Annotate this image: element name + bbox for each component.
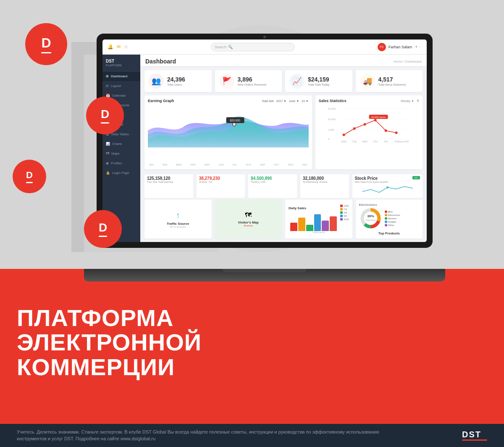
topbar-search: Search 🔍 [132,43,373,51]
footer-bar: Учитесь. Делитесь знаниями. Станьте эксп… [0,424,504,447]
stat-label-orders: New Orders Received [238,83,266,86]
stat-label-sales: Total Sold Today [308,83,329,86]
stat-card-users: 👥 24,396 Total Users [144,70,212,92]
mini-stats-row: 125,159,120 This Year Total Earning 38,2… [140,173,427,200]
stock-price-card: Stock Price New Data From Extra Quarter … [352,174,423,198]
charts-row: Earning Graph Total Sell 2017 ▼ June ▼ 2… [140,95,427,173]
layout-icon: ⊟ [106,84,109,88]
stat-info-users: 24,396 Total Users [167,76,185,86]
footer-logo-underline [462,439,487,441]
search-placeholder: Search [215,45,227,49]
mini-stat-3: $4,500,890 Tucson, USA [248,174,297,198]
svg-text:20,000: 20,000 [328,108,336,110]
mini-stat-num-2: 38,279,230 [199,176,243,181]
profiles-icon: ◉ [106,161,109,165]
breadcrumb: Home / Dashboard [394,60,422,63]
sidebar-brand-subtitle: PLATFORM [106,64,137,67]
sidebar-brand-title: DST [106,59,137,64]
users-icon: 👥 [149,74,164,89]
mini-stat-num-3: $4,500,890 [251,176,294,181]
stock-price-title: Stock Price [355,176,388,181]
traffic-icon: ↑ [176,210,180,220]
sidebar-item-charts[interactable]: 📊 Charts [102,139,140,149]
stats-row: 👥 24,396 Total Users 🚩 3,896 [140,67,427,95]
sidebar-item-layout[interactable]: ⊟ Layout [102,81,140,91]
stat-info-delivery: 4,517 Total Items Delivered [378,76,406,86]
search-box[interactable]: Search 🔍 [211,43,295,51]
sidebar-item-maps[interactable]: 🗺 Maps [102,149,140,158]
delivery-icon: 🚚 [360,74,375,89]
earning-chart-x-labels: JANFEBMARAPRMAY JUNJULAUGSEPOCT NOVDEC [148,163,309,166]
traffic-title: Traffic Source [167,222,189,226]
svg-text:0: 0 [328,138,329,140]
mini-stat-num-4: 32,180,000 [303,176,346,181]
user-menu-icon[interactable]: ▼ ··· [415,45,422,49]
logo-circle-1: D [25,23,67,65]
svg-point-16 [395,131,397,134]
mini-stat-4: 32,180,000 St.Petersburg, Russia [300,174,349,198]
daily-sales-widget: Daily Sales [285,200,352,239]
orders-icon: 🚩 [219,74,234,89]
widgets-row: ↑ Traffic Source 65 % received 🗺 Visitor… [140,200,427,242]
sales-stats-controls[interactable]: Weekly ▼ ⚙ [401,99,419,103]
stat-label-users: Total Users [167,83,185,86]
heading-line-3: КОММЕРЦИИ [17,355,202,380]
traffic-subtitle: 65 % received [170,226,186,228]
stat-number-orders: 3,896 [238,76,266,82]
content-area: Dashboard Home / Dashboard 👥 24,396 Tota… [140,55,427,242]
svg-point-13 [363,123,366,126]
sidebar-brand: DST PLATFORM [102,55,140,71]
svg-point-11 [342,134,345,136]
bar-3 [306,225,313,231]
visitors-map-widget: 🗺 Visitor's Map Russian [215,200,282,239]
footer-text: Учитесь. Делитесь знаниями. Станьте эксп… [17,429,395,442]
bar-1 [290,223,297,231]
logo-circle-4: D [84,210,122,248]
sidebar-item-dashboard[interactable]: ⊞ Dashboard [102,71,140,81]
stat-info-orders: 3,896 New Orders Received [238,76,266,86]
maps-icon: 🗺 [106,152,109,155]
heading-line-2: ЭЛЕКТРОННОЙ [17,330,202,355]
page-header: Dashboard Home / Dashboard [140,55,427,67]
stat-label-delivery: Total Items Delivered [378,83,406,86]
daily-sales-title: Daily Sales [289,206,339,210]
svg-text:FRI: FRI [384,140,388,143]
heading-section: ПЛАТФОРМА ЭЛЕКТРОННОЙ КОММЕРЦИИ [17,306,202,380]
dashboard-ui: 🔔 ✉ ☆ Search 🔍 FS Farhan [102,39,427,242]
search-icon: 🔍 [228,45,233,49]
mini-stat-1: 125,159,120 This Year Total Earning [144,174,193,198]
svg-text:MON: MON [341,140,346,143]
sidebar-item-login[interactable]: 🔒 Login Page [102,168,140,178]
daily-sales-bars [289,210,339,231]
bell-icon[interactable]: 🔔 [108,44,113,50]
dashboard-icon: ⊞ [106,74,109,78]
footer-logo-text: DST [462,430,481,439]
charts-icon: 📊 [106,142,110,146]
svg-point-26 [386,187,388,189]
svg-text:30%: 30% [367,214,374,218]
map-icon: 🗺 [245,211,252,219]
star-icon[interactable]: ☆ [124,44,128,50]
stat-info-sales: $24,159 Total Sold Today [308,76,329,86]
visitors-map-title: Visitor's Map [238,221,259,224]
mail-icon[interactable]: ✉ [117,44,121,50]
mini-stat-2: 38,279,230 Ontario, CA [197,174,245,198]
bar-4 [314,214,321,231]
svg-point-12 [353,127,355,130]
svg-text:1,000: 1,000 [328,129,334,131]
svg-text:Total Items: Total Items [365,219,376,221]
area-chart: $20,000 [148,105,309,163]
gear-icon[interactable]: ⚙ [417,99,419,103]
logo-circle-2: D [86,97,124,134]
stat-card-sales: 📈 $24,159 Total Sold Today [285,70,352,92]
top-products-widget: Electronics 30% Total [356,200,423,239]
sidebar-item-profiles[interactable]: ◉ Profiles [102,158,140,168]
traffic-source-widget: ↑ Traffic Source 65 % received [144,200,212,239]
user-name: Farhan Salam [388,45,412,49]
top-products-legend: Men Electronics Women Gadget Other [385,210,400,226]
bar-5 [322,221,329,231]
donut-chart: 30% Total Items [359,207,382,230]
stat-card-delivery: 🚚 4,517 Total Items Delivered [356,70,423,92]
earning-graph-controls[interactable]: Total Sell 2017 ▼ June ▼ 23 ▼ [262,100,309,103]
mini-stat-label-4: St.Petersburg, Russia [303,181,346,183]
